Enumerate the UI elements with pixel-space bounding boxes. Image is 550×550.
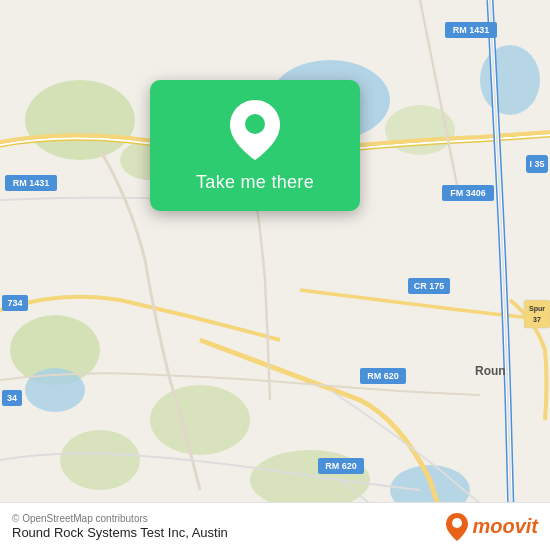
svg-point-4 [150,385,250,455]
svg-text:FM 3406: FM 3406 [450,188,486,198]
copyright-text: © OpenStreetMap contributors [12,513,228,524]
svg-text:CR 175: CR 175 [414,281,445,291]
svg-point-1 [25,80,135,160]
svg-text:RM 1431: RM 1431 [13,178,50,188]
take-me-there-label: Take me there [196,172,314,193]
svg-text:RM 1431: RM 1431 [453,25,490,35]
svg-text:Roun: Roun [475,364,506,378]
action-card[interactable]: Take me there [150,80,360,211]
svg-point-7 [60,430,140,490]
bottom-bar: © OpenStreetMap contributors Round Rock … [0,502,550,550]
svg-text:34: 34 [7,393,17,403]
svg-point-39 [452,518,462,528]
location-pin-icon [230,100,280,160]
moovit-logo: moovit [446,513,538,541]
location-name: Round Rock Systems Test Inc, Austin [12,525,228,540]
svg-text:RM 620: RM 620 [367,371,399,381]
svg-text:37: 37 [533,316,541,323]
svg-text:RM 620: RM 620 [325,461,357,471]
moovit-pin-icon [446,513,468,541]
svg-text:I 35: I 35 [529,159,544,169]
svg-text:Spur: Spur [529,305,545,313]
svg-point-9 [480,45,540,115]
svg-point-38 [245,114,265,134]
bottom-left-info: © OpenStreetMap contributors Round Rock … [12,513,228,540]
map-container: RM 1431 RM 1431 RM 1431 FM 3406 I 35 CR … [0,0,550,550]
moovit-brand-text: moovit [472,515,538,538]
svg-text:734: 734 [7,298,22,308]
